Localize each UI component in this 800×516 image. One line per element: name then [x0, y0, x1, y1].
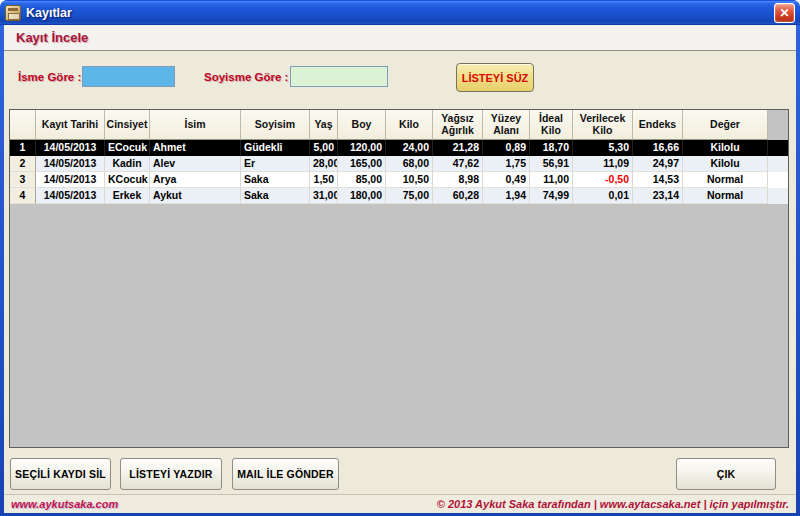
- row-header[interactable]: 3: [10, 172, 36, 188]
- cell[interactable]: 21,28: [433, 140, 483, 156]
- cell[interactable]: 31,00: [310, 188, 338, 204]
- cell[interactable]: 14/05/2013: [36, 188, 105, 204]
- cell[interactable]: 10,50: [386, 172, 433, 188]
- filter-list-button[interactable]: LİSTEYİ SÜZ: [456, 63, 534, 92]
- cell[interactable]: Kadin: [105, 156, 150, 172]
- data-grid: Kayıt TarihiCinsiyetİsimSoyisimYaşBoyKil…: [9, 109, 789, 448]
- surname-filter-input[interactable]: [290, 66, 388, 87]
- column-header[interactable]: Soyisim: [241, 110, 310, 140]
- column-header[interactable]: Yaş: [310, 110, 338, 140]
- cell[interactable]: 16,66: [633, 140, 683, 156]
- close-button[interactable]: ✕: [774, 3, 795, 23]
- cell[interactable]: ECocuk: [105, 140, 150, 156]
- cell[interactable]: Ahmet: [150, 140, 241, 156]
- close-icon: ✕: [779, 6, 789, 20]
- column-header[interactable]: Boy: [338, 110, 386, 140]
- name-filter-label: İsme Göre :: [18, 71, 81, 83]
- cell[interactable]: Güdekli: [241, 140, 310, 156]
- cell[interactable]: 1,94: [483, 188, 530, 204]
- exit-button[interactable]: ÇIK: [676, 458, 776, 490]
- send-mail-button[interactable]: MAIL İLE GÖNDER: [232, 458, 339, 490]
- column-header[interactable]: Endeks: [633, 110, 683, 140]
- cell[interactable]: 180,00: [338, 188, 386, 204]
- cell[interactable]: Kilolu: [683, 140, 768, 156]
- page-title: Kayıt İncele: [16, 25, 88, 50]
- row-header[interactable]: 1: [10, 140, 36, 156]
- app-window: Kayıtlar ✕ Kayıt İncele İsme Göre : Soyi…: [0, 0, 800, 516]
- column-header[interactable]: İsim: [150, 110, 241, 140]
- surname-filter-label: Soyisme Göre :: [204, 71, 288, 83]
- cell[interactable]: Alev: [150, 156, 241, 172]
- cell[interactable]: 24,00: [386, 140, 433, 156]
- cell[interactable]: 0,01: [573, 188, 633, 204]
- cell[interactable]: Kilolu: [683, 156, 768, 172]
- cell[interactable]: 60,28: [433, 188, 483, 204]
- app-icon: [5, 5, 21, 21]
- cell[interactable]: 14/05/2013: [36, 140, 105, 156]
- cell[interactable]: 68,00: [386, 156, 433, 172]
- cell[interactable]: 56,91: [530, 156, 573, 172]
- cell[interactable]: 75,00: [386, 188, 433, 204]
- cell[interactable]: 165,00: [338, 156, 386, 172]
- cell[interactable]: 1,75: [483, 156, 530, 172]
- table-row[interactable]: 314/05/2013KCocukAryaSaka1,5085,0010,508…: [10, 172, 788, 188]
- cell[interactable]: 11,00: [530, 172, 573, 188]
- cell[interactable]: 85,00: [338, 172, 386, 188]
- status-bar: www.aykutsaka.com © 2013 Aykut Saka tara…: [4, 494, 796, 513]
- cell[interactable]: Saka: [241, 172, 310, 188]
- cell[interactable]: Erkek: [105, 188, 150, 204]
- column-header[interactable]: Cinsiyet: [105, 110, 150, 140]
- cell[interactable]: 8,98: [433, 172, 483, 188]
- column-header[interactable]: Kilo: [386, 110, 433, 140]
- cell[interactable]: KCocuk: [105, 172, 150, 188]
- grid-table: Kayıt TarihiCinsiyetİsimSoyisimYaşBoyKil…: [10, 110, 788, 204]
- cell[interactable]: 1,50: [310, 172, 338, 188]
- column-header[interactable]: [10, 110, 36, 140]
- table-row[interactable]: 414/05/2013ErkekAykutSaka31,00180,0075,0…: [10, 188, 788, 204]
- cell[interactable]: Normal: [683, 188, 768, 204]
- column-header[interactable]: Kayıt Tarihi: [36, 110, 105, 140]
- column-header[interactable]: Yüzey Alanı: [483, 110, 530, 140]
- cell[interactable]: 14/05/2013: [36, 156, 105, 172]
- table-row[interactable]: 214/05/2013KadinAlevEr28,00165,0068,0047…: [10, 156, 788, 172]
- cell[interactable]: Normal: [683, 172, 768, 188]
- column-header[interactable]: Yağsız Ağırlık: [433, 110, 483, 140]
- cell[interactable]: 24,97: [633, 156, 683, 172]
- page-header: Kayıt İncele: [4, 25, 796, 51]
- cell[interactable]: 120,00: [338, 140, 386, 156]
- cell[interactable]: 23,14: [633, 188, 683, 204]
- cell[interactable]: 11,09: [573, 156, 633, 172]
- cell[interactable]: Aykut: [150, 188, 241, 204]
- window-title: Kayıtlar: [26, 6, 72, 20]
- cell[interactable]: 14,53: [633, 172, 683, 188]
- grid-header-row: Kayıt TarihiCinsiyetİsimSoyisimYaşBoyKil…: [10, 110, 788, 140]
- table-row[interactable]: 114/05/2013ECocukAhmetGüdekli5,00120,002…: [10, 140, 788, 156]
- name-filter-input[interactable]: [82, 66, 175, 87]
- cell[interactable]: 0,89: [483, 140, 530, 156]
- row-header[interactable]: 2: [10, 156, 36, 172]
- cell[interactable]: 47,62: [433, 156, 483, 172]
- cell[interactable]: 5,00: [310, 140, 338, 156]
- column-header[interactable]: Verilecek Kilo: [573, 110, 633, 140]
- column-header[interactable]: İdeal Kilo: [530, 110, 573, 140]
- status-right-text: © 2013 Aykut Saka tarafından | www.aytac…: [437, 498, 789, 510]
- cell[interactable]: 74,99: [530, 188, 573, 204]
- cell[interactable]: 14/05/2013: [36, 172, 105, 188]
- cell[interactable]: Arya: [150, 172, 241, 188]
- cell[interactable]: Er: [241, 156, 310, 172]
- column-header[interactable]: Değer: [683, 110, 768, 140]
- status-left-text: www.aykutsaka.com: [11, 498, 118, 510]
- row-header[interactable]: 4: [10, 188, 36, 204]
- cell[interactable]: 0,49: [483, 172, 530, 188]
- cell[interactable]: 18,70: [530, 140, 573, 156]
- titlebar[interactable]: Kayıtlar ✕: [0, 0, 800, 25]
- window-body: Kayıt İncele İsme Göre : Soyisme Göre : …: [4, 25, 796, 513]
- delete-selected-button[interactable]: SEÇİLİ KAYDI SİL: [10, 458, 111, 490]
- cell[interactable]: 28,00: [310, 156, 338, 172]
- print-list-button[interactable]: LİSTEYİ YAZDIR: [120, 458, 222, 490]
- cell[interactable]: 5,30: [573, 140, 633, 156]
- cell[interactable]: -0,50: [573, 172, 633, 188]
- cell[interactable]: Saka: [241, 188, 310, 204]
